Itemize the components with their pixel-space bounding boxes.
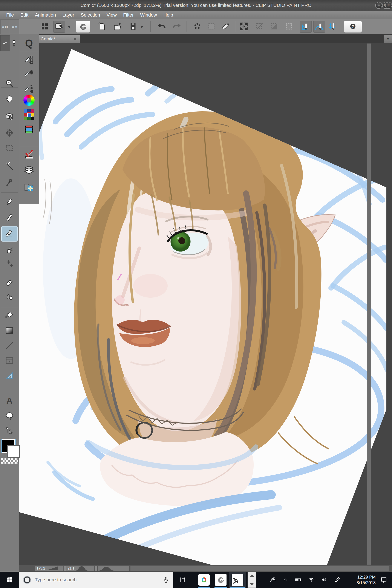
tool-hand[interactable] [2, 92, 16, 106]
dock-collapse-right-button[interactable]: «» [10, 19, 19, 34]
tool-brush[interactable] [2, 227, 16, 241]
tool-pencil[interactable] [2, 210, 16, 224]
palette-layer[interactable] [22, 163, 36, 176]
scroll-down-icon[interactable] [250, 583, 254, 586]
tool-zoom[interactable] [2, 76, 16, 90]
horizontal-scrollbar[interactable] [130, 566, 390, 571]
minimize-button[interactable]: – [375, 2, 382, 9]
background-color-swatch[interactable] [7, 445, 20, 458]
people-button[interactable] [266, 572, 279, 588]
show-hidden-icons-button[interactable] [279, 572, 292, 588]
scroll-up-icon[interactable] [250, 574, 254, 576]
palette-quick-access[interactable]: Q [22, 36, 36, 50]
tab-list-dropdown[interactable]: ▼ [384, 35, 392, 44]
tool-balloon[interactable] [2, 409, 16, 423]
tool-airbrush[interactable] [2, 243, 16, 257]
deselect-button[interactable] [220, 21, 231, 32]
gradient-icon [4, 326, 14, 336]
search-input[interactable] [34, 577, 162, 583]
menu-animation[interactable]: Animation [32, 11, 59, 19]
save-button[interactable] [128, 21, 139, 32]
tool-fill[interactable] [2, 308, 16, 322]
crop-border-button[interactable] [254, 21, 265, 32]
slider-handle[interactable] [94, 566, 97, 572]
close-button[interactable]: × [385, 2, 392, 9]
workspace-grid-button[interactable] [39, 21, 50, 32]
palette-color-wheel[interactable] [22, 94, 36, 106]
palette-layer-property[interactable] [22, 148, 36, 161]
tool-blend[interactable] [2, 291, 16, 304]
undo-button[interactable] [156, 21, 167, 32]
gesture-dropdown[interactable]: ▼ [67, 24, 71, 30]
menu-view[interactable]: View [103, 11, 120, 19]
tool-nib-tab[interactable] [10, 35, 18, 51]
pen-settings-button[interactable] [330, 572, 344, 588]
taskbar-scrollbar[interactable] [248, 572, 256, 588]
snap-grid-button[interactable] [327, 21, 338, 32]
scale-rotate-button[interactable] [238, 21, 249, 32]
menu-file[interactable]: File [3, 11, 17, 19]
start-button[interactable] [0, 572, 19, 588]
navigator-cell[interactable] [97, 566, 129, 571]
tool-eyedropper[interactable] [2, 176, 16, 190]
palette-color-slider[interactable] [22, 123, 36, 136]
tool-pen[interactable] [2, 194, 16, 208]
slider-handle[interactable] [64, 566, 66, 572]
tool-move-layer[interactable] [2, 126, 16, 140]
tool-frame-border[interactable] [2, 354, 16, 368]
palette-brush-size[interactable] [22, 82, 36, 95]
frame-area-button[interactable] [283, 21, 294, 32]
taskbar-clock[interactable]: 12:29 PM 8/15/2018 [344, 574, 376, 586]
transparent-color-swatch[interactable] [1, 458, 18, 464]
tool-text[interactable]: A [2, 394, 16, 408]
tool-decoration[interactable] [2, 256, 16, 270]
rotation-slider[interactable]: 21.1 [66, 566, 94, 571]
new-file-button[interactable] [96, 21, 108, 32]
taskbar-app-clip-studio-paint[interactable] [229, 572, 246, 588]
palette-tool-property[interactable] [22, 67, 36, 80]
mask-border-button[interactable] [269, 21, 280, 32]
zoom-slider[interactable]: 173.2 [35, 566, 63, 571]
tool-ruler[interactable] [2, 369, 16, 382]
taskbar-app-medibang[interactable] [196, 572, 212, 588]
selection-launcher-button[interactable] [206, 21, 217, 32]
menu-selection[interactable]: Selection [77, 11, 103, 19]
battery-button[interactable] [292, 572, 305, 588]
tool-gradient[interactable] [2, 324, 16, 338]
touch-gesture-button[interactable] [53, 21, 65, 33]
wifi-button[interactable] [305, 572, 318, 588]
help-button[interactable]: ? [344, 21, 362, 33]
scatter-select-button[interactable] [192, 21, 203, 32]
volume-button[interactable] [318, 572, 330, 588]
save-dropdown[interactable]: ▼ [140, 24, 144, 30]
tool-eraser[interactable] [2, 276, 16, 290]
menu-help[interactable]: Help [160, 11, 176, 19]
tool-correct-line[interactable] [2, 424, 16, 438]
tab-comic[interactable]: Comic* [36, 35, 80, 43]
tool-figure[interactable] [2, 339, 16, 352]
snap-special-ruler-button[interactable] [313, 21, 325, 33]
tool-menu-button[interactable]: ▸≡ [0, 35, 10, 51]
menu-window[interactable]: Window [137, 11, 160, 19]
tool-marquee[interactable] [2, 141, 16, 155]
open-clip-studio-button[interactable] [76, 21, 90, 33]
taskbar-app-clip-studio[interactable] [212, 572, 229, 588]
menu-filter[interactable]: Filter [120, 11, 137, 19]
palette-sub-tool[interactable] [22, 53, 36, 66]
palette-color-set[interactable] [22, 108, 36, 121]
open-file-button[interactable] [112, 21, 123, 32]
redo-button[interactable] [171, 21, 182, 32]
action-center-button[interactable] [376, 572, 392, 588]
vertical-scrollbar[interactable] [367, 44, 371, 565]
menu-bar: File Edit Animation Layer Selection View… [0, 11, 392, 19]
palette-material[interactable] [22, 180, 36, 194]
menu-layer[interactable]: Layer [59, 11, 77, 19]
canvas-viewport[interactable] [19, 43, 392, 565]
task-view-button[interactable] [176, 572, 189, 588]
taskbar-search[interactable] [19, 572, 173, 588]
dock-collapse-left-button[interactable]: «▮▮ [0, 19, 10, 34]
tool-auto-select[interactable] [2, 160, 16, 174]
menu-edit[interactable]: Edit [17, 11, 32, 19]
tool-object[interactable] [2, 109, 16, 123]
snap-ruler-button[interactable] [300, 21, 312, 33]
